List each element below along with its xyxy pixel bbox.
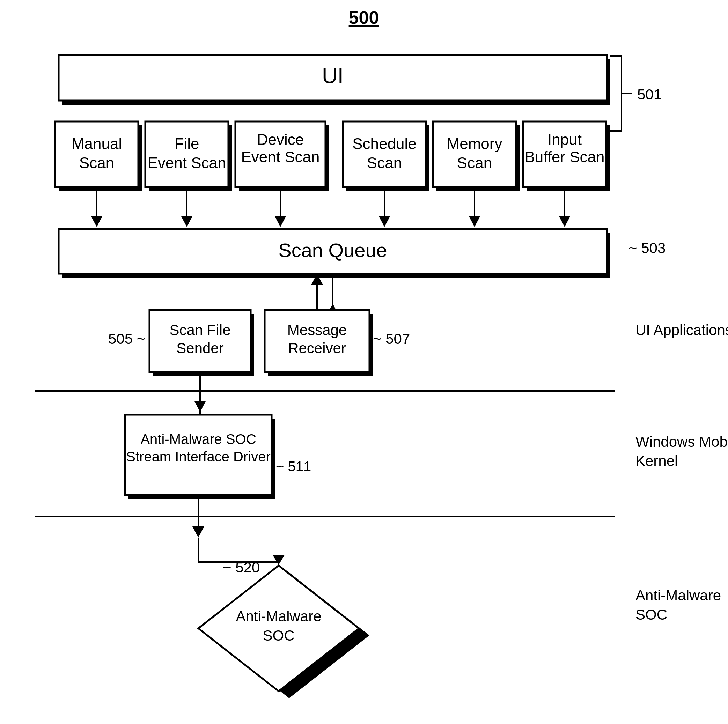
memory-scan-label1: Memory	[447, 135, 502, 152]
scan-queue-label: Scan Queue	[278, 239, 387, 261]
ref-503: ~ 503	[629, 240, 665, 256]
windows-mobile-kernel-label1: Windows Mobile	[635, 434, 728, 450]
ref-507: ~ 507	[373, 331, 410, 347]
svg-marker-27	[469, 216, 480, 227]
input-buffer-scan-label2: Buffer Scan	[525, 148, 604, 165]
windows-mobile-kernel-label2: Kernel	[635, 453, 678, 469]
ui-box-label: UI	[322, 64, 344, 88]
message-receiver-label2: Receiver	[288, 340, 346, 356]
anti-malware-soc-right-label2: SOC	[635, 606, 667, 623]
ref-511: ~ 511	[276, 459, 311, 474]
scan-file-sender-label1: Scan File	[169, 322, 231, 338]
scan-file-sender-label2: Sender	[176, 340, 223, 356]
manual-scan-label2: Scan	[79, 154, 114, 171]
memory-scan-label2: Scan	[457, 154, 492, 171]
anti-malware-soc-label1: Anti-Malware	[236, 608, 321, 625]
svg-marker-47	[193, 526, 204, 538]
schedule-scan-label2: Scan	[367, 154, 402, 171]
diagram-container: 500 UI 501 Manual Scan File Event Scan D…	[0, 0, 728, 724]
message-receiver-label1: Message	[288, 322, 347, 338]
svg-marker-25	[378, 216, 390, 227]
svg-marker-23	[274, 216, 286, 227]
input-buffer-scan-label1: Input	[548, 131, 582, 148]
anti-malware-driver-label1: Anti-Malware SOC	[141, 431, 256, 447]
file-event-scan-label2: Event Scan	[147, 154, 226, 171]
svg-marker-55	[273, 555, 284, 565]
anti-malware-soc-right-label1: Anti-Malware	[635, 587, 721, 603]
anti-malware-soc-label2: SOC	[263, 627, 294, 644]
ref-501: 501	[637, 86, 662, 102]
svg-marker-29	[559, 216, 570, 227]
device-event-scan-label1: Device	[257, 131, 304, 148]
ui-applications-label: UI Applications	[635, 322, 728, 338]
svg-marker-21	[181, 216, 193, 227]
device-event-scan-label2: Event Scan	[241, 148, 320, 165]
ref-505: 505 ~	[108, 331, 145, 347]
manual-scan-label: Manual	[72, 135, 122, 152]
schedule-scan-label1: Schedule	[352, 135, 416, 152]
svg-marker-19	[91, 216, 102, 227]
diagram-title: 500	[349, 7, 379, 27]
file-event-scan-label1: File	[174, 135, 199, 152]
anti-malware-driver-label2: Stream Interface Driver	[126, 449, 270, 464]
